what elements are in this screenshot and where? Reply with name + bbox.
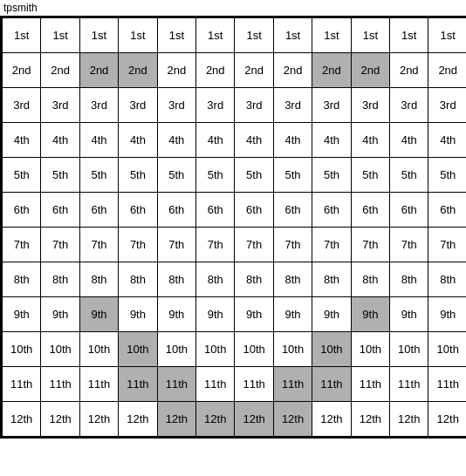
grid-cell[interactable]: 3rd [157, 88, 195, 123]
grid-cell[interactable]: 2nd [273, 53, 312, 88]
grid-cell[interactable]: 1st [273, 18, 312, 53]
grid-cell[interactable]: 1st [196, 18, 235, 53]
grid-cell[interactable]: 9th [157, 297, 195, 332]
grid-cell[interactable]: 2nd [79, 53, 118, 88]
grid-cell[interactable]: 6th [119, 193, 157, 228]
grid-cell[interactable]: 12th [351, 402, 389, 437]
grid-cell[interactable]: 2nd [196, 53, 235, 88]
grid-cell[interactable]: 3rd [119, 88, 157, 123]
grid-cell[interactable]: 8th [390, 262, 428, 297]
grid-cell[interactable]: 10th [41, 332, 79, 367]
grid-cell[interactable]: 1st [312, 18, 351, 53]
grid-cell[interactable]: 3rd [351, 88, 389, 123]
grid-cell[interactable]: 2nd [428, 53, 466, 88]
grid-cell[interactable]: 4th [119, 123, 157, 158]
grid-cell[interactable]: 5th [235, 158, 273, 193]
grid-cell[interactable]: 7th [312, 228, 351, 262]
grid-cell[interactable]: 9th [428, 297, 466, 332]
grid-cell[interactable]: 5th [3, 158, 41, 193]
grid-cell[interactable]: 4th [390, 123, 428, 158]
grid-cell[interactable]: 6th [41, 193, 79, 228]
grid-cell[interactable]: 7th [235, 228, 273, 262]
grid-cell[interactable]: 4th [312, 123, 351, 158]
grid-cell[interactable]: 1st [41, 18, 79, 53]
grid-cell[interactable]: 6th [235, 193, 273, 228]
grid-cell[interactable]: 8th [273, 262, 312, 297]
grid-cell[interactable]: 8th [157, 262, 195, 297]
grid-cell[interactable]: 9th [235, 297, 273, 332]
grid-cell[interactable]: 8th [428, 262, 466, 297]
grid-cell[interactable]: 10th [119, 332, 157, 367]
grid-cell[interactable]: 4th [3, 123, 41, 158]
grid-cell[interactable]: 4th [196, 123, 235, 158]
grid-cell[interactable]: 10th [351, 332, 389, 367]
grid-cell[interactable]: 4th [351, 123, 389, 158]
grid-cell[interactable]: 3rd [41, 88, 79, 123]
grid-cell[interactable]: 5th [119, 158, 157, 193]
grid-cell[interactable]: 5th [351, 158, 389, 193]
grid-cell[interactable]: 4th [235, 123, 273, 158]
grid-cell[interactable]: 10th [235, 332, 273, 367]
grid-cell[interactable]: 3rd [196, 88, 235, 123]
grid-cell[interactable]: 9th [79, 297, 118, 332]
grid-cell[interactable]: 12th [157, 402, 195, 437]
grid-cell[interactable]: 8th [235, 262, 273, 297]
grid-cell[interactable]: 9th [273, 297, 312, 332]
grid-cell[interactable]: 1st [351, 18, 389, 53]
grid-cell[interactable]: 1st [235, 18, 273, 53]
grid-cell[interactable]: 3rd [428, 88, 466, 123]
grid-cell[interactable]: 10th [312, 332, 351, 367]
grid-cell[interactable]: 12th [273, 402, 312, 437]
grid-cell[interactable]: 8th [312, 262, 351, 297]
grid-cell[interactable]: 10th [79, 332, 118, 367]
grid-cell[interactable]: 1st [79, 18, 118, 53]
grid-cell[interactable]: 10th [273, 332, 312, 367]
grid-cell[interactable]: 3rd [273, 88, 312, 123]
grid-cell[interactable]: 8th [79, 262, 118, 297]
grid-cell[interactable]: 3rd [235, 88, 273, 123]
grid-cell[interactable]: 9th [390, 297, 428, 332]
grid-cell[interactable]: 2nd [390, 53, 428, 88]
grid-cell[interactable]: 6th [196, 193, 235, 228]
grid-cell[interactable]: 1st [428, 18, 466, 53]
grid-cell[interactable]: 4th [428, 123, 466, 158]
grid-cell[interactable]: 12th [390, 402, 428, 437]
grid-cell[interactable]: 5th [41, 158, 79, 193]
grid-cell[interactable]: 12th [41, 402, 79, 437]
grid-cell[interactable]: 10th [196, 332, 235, 367]
grid-cell[interactable]: 8th [3, 262, 41, 297]
grid-cell[interactable]: 7th [428, 228, 466, 262]
grid-cell[interactable]: 3rd [390, 88, 428, 123]
grid-cell[interactable]: 11th [428, 367, 466, 402]
grid-cell[interactable]: 7th [390, 228, 428, 262]
grid-cell[interactable]: 5th [196, 158, 235, 193]
grid-cell[interactable]: 10th [3, 332, 41, 367]
grid-cell[interactable]: 2nd [119, 53, 157, 88]
grid-cell[interactable]: 11th [390, 367, 428, 402]
grid-cell[interactable]: 7th [351, 228, 389, 262]
grid-cell[interactable]: 6th [351, 193, 389, 228]
grid-cell[interactable]: 12th [428, 402, 466, 437]
grid-cell[interactable]: 3rd [3, 88, 41, 123]
grid-cell[interactable]: 6th [312, 193, 351, 228]
grid-cell[interactable]: 6th [273, 193, 312, 228]
grid-cell[interactable]: 3rd [79, 88, 118, 123]
grid-cell[interactable]: 1st [390, 18, 428, 53]
grid-cell[interactable]: 8th [196, 262, 235, 297]
grid-cell[interactable]: 12th [79, 402, 118, 437]
grid-cell[interactable]: 11th [119, 367, 157, 402]
grid-cell[interactable]: 9th [351, 297, 389, 332]
grid-cell[interactable]: 2nd [157, 53, 195, 88]
grid-cell[interactable]: 5th [273, 158, 312, 193]
grid-cell[interactable]: 11th [79, 367, 118, 402]
grid-cell[interactable]: 1st [119, 18, 157, 53]
grid-cell[interactable]: 4th [41, 123, 79, 158]
grid-cell[interactable]: 7th [196, 228, 235, 262]
grid-cell[interactable]: 7th [41, 228, 79, 262]
grid-cell[interactable]: 10th [428, 332, 466, 367]
grid-cell[interactable]: 11th [196, 367, 235, 402]
grid-cell[interactable]: 8th [119, 262, 157, 297]
grid-cell[interactable]: 1st [157, 18, 195, 53]
grid-cell[interactable]: 9th [3, 297, 41, 332]
grid-cell[interactable]: 5th [79, 158, 118, 193]
